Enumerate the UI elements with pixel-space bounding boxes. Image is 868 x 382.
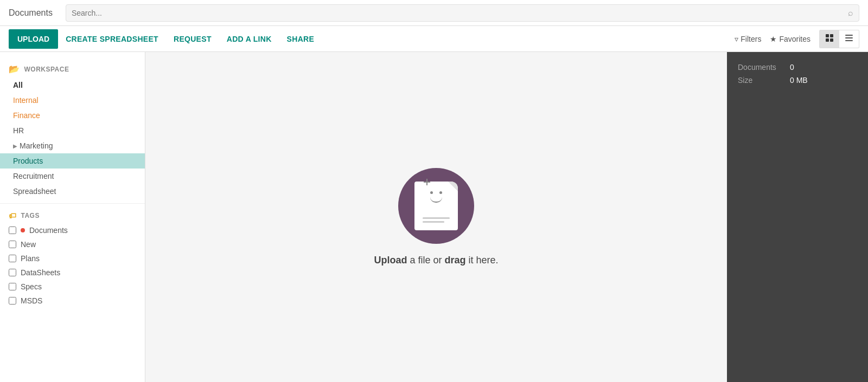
- tag-label-specs: Specs: [21, 282, 42, 291]
- doc-face: [430, 191, 442, 203]
- tag-checkbox-specs[interactable]: [9, 283, 16, 290]
- middle-text: a file or: [410, 255, 442, 266]
- tag-label-plans: Plans: [21, 254, 40, 263]
- actionbar-right: ▿ Filters ★ Favorites: [735, 30, 859, 48]
- size-value: 0 MB: [790, 76, 808, 85]
- search-input[interactable]: [72, 9, 848, 17]
- filters-label: Filters: [741, 35, 761, 43]
- tag-item-msds[interactable]: MSDS: [0, 294, 145, 308]
- sidebar-item-hr[interactable]: HR: [0, 123, 145, 138]
- sidebar-item-recruitment[interactable]: Recruitment: [0, 169, 145, 184]
- doc-eye-left: [430, 191, 433, 194]
- sidebar-item-marketing[interactable]: ▶ Marketing: [0, 138, 145, 153]
- svg-rect-6: [845, 40, 853, 41]
- filters-button[interactable]: ▿ Filters: [735, 35, 761, 43]
- tag-label-datasheets: DataSheets: [21, 268, 60, 277]
- tag-item-documents[interactable]: Documents: [0, 223, 145, 237]
- doc-line-2: [423, 221, 444, 223]
- favorites-label: Favorites: [779, 35, 810, 43]
- panel-documents-row: Documents 0: [738, 63, 857, 72]
- svg-rect-1: [830, 34, 833, 37]
- create-spreadsheet-button[interactable]: CREATE SPREADSHEET: [58, 30, 166, 48]
- tag-item-specs[interactable]: Specs: [0, 280, 145, 294]
- request-button[interactable]: REQUEST: [166, 30, 219, 48]
- doc-smile: [430, 197, 442, 203]
- favorites-button[interactable]: ★ Favorites: [770, 35, 810, 43]
- doc-eye-right: [439, 191, 442, 194]
- list-icon: [845, 34, 853, 42]
- svg-rect-3: [830, 38, 833, 42]
- add-link-button[interactable]: ADD A LINK: [219, 30, 279, 48]
- tag-checkbox-msds[interactable]: [9, 297, 16, 305]
- doc-eyes: [430, 191, 442, 194]
- upload-button[interactable]: UPLOAD: [9, 29, 58, 49]
- svg-rect-4: [845, 35, 853, 36]
- content-area: Upload a file or drag it here.: [145, 52, 727, 382]
- tag-item-datasheets[interactable]: DataSheets: [0, 266, 145, 280]
- tag-item-plans[interactable]: Plans: [0, 251, 145, 266]
- grid-view-button[interactable]: [820, 30, 839, 48]
- tag-checkbox-documents[interactable]: [9, 226, 16, 234]
- tags-header: 🏷 TAGS: [0, 208, 145, 223]
- svg-rect-2: [826, 38, 829, 42]
- tag-checkbox-datasheets[interactable]: [9, 269, 16, 276]
- panel-size-row: Size 0 MB: [738, 76, 857, 85]
- size-label: Size: [738, 76, 781, 85]
- folder-icon: 📂: [9, 64, 20, 74]
- share-button[interactable]: SHARE: [279, 30, 322, 48]
- tag-dot-documents: [21, 228, 25, 232]
- sidebar: 📂 WORKSPACE All Internal Finance HR ▶ Ma…: [0, 52, 145, 382]
- tag-label-new: New: [21, 240, 36, 249]
- svg-rect-5: [845, 37, 853, 38]
- drag-text: drag: [445, 255, 466, 266]
- filter-icon: ▿: [735, 35, 738, 43]
- svg-rect-0: [826, 34, 829, 37]
- empty-state-text: Upload a file or drag it here.: [374, 255, 498, 266]
- empty-illustration: [398, 168, 474, 244]
- right-panel: Documents 0 Size 0 MB: [727, 52, 868, 382]
- documents-label: Documents: [738, 63, 781, 72]
- tag-icon: 🏷: [9, 211, 17, 220]
- tag-label-documents: Documents: [29, 226, 68, 235]
- tag-checkbox-plans[interactable]: [9, 255, 16, 262]
- actionbar: UPLOAD CREATE SPREADSHEET REQUEST ADD A …: [0, 26, 868, 52]
- star-icon: ★: [770, 35, 777, 43]
- tag-item-new[interactable]: New: [0, 237, 145, 251]
- sidebar-item-spreadsheet[interactable]: Spreadsheet: [0, 184, 145, 199]
- sidebar-item-finance[interactable]: Finance: [0, 108, 145, 123]
- upload-text: Upload: [374, 255, 407, 266]
- documents-value: 0: [790, 63, 794, 72]
- list-view-button[interactable]: [839, 30, 859, 48]
- doc-line-1: [423, 217, 450, 219]
- empty-state: Upload a file or drag it here.: [374, 168, 498, 266]
- sidebar-divider: [0, 203, 145, 204]
- search-icon: ⌕: [848, 8, 853, 18]
- end-text: it here.: [469, 255, 499, 266]
- doc-lines: [423, 217, 450, 223]
- grid-icon: [825, 34, 834, 42]
- view-toggle: [819, 30, 859, 48]
- doc-icon: [414, 182, 458, 230]
- tag-checkbox-new[interactable]: [9, 241, 16, 248]
- marketing-label: Marketing: [20, 141, 53, 150]
- tag-label-msds: MSDS: [21, 296, 42, 305]
- sidebar-item-internal[interactable]: Internal: [0, 93, 145, 108]
- expand-icon: ▶: [13, 143, 17, 149]
- app-title: Documents: [9, 8, 53, 18]
- workspace-header: 📂 WORKSPACE: [0, 61, 145, 77]
- topbar: Documents ⌕: [0, 0, 868, 26]
- search-bar[interactable]: ⌕: [66, 4, 859, 22]
- sidebar-item-all[interactable]: All: [0, 77, 145, 93]
- sidebar-item-products[interactable]: Products: [0, 153, 145, 169]
- main-layout: 📂 WORKSPACE All Internal Finance HR ▶ Ma…: [0, 52, 868, 382]
